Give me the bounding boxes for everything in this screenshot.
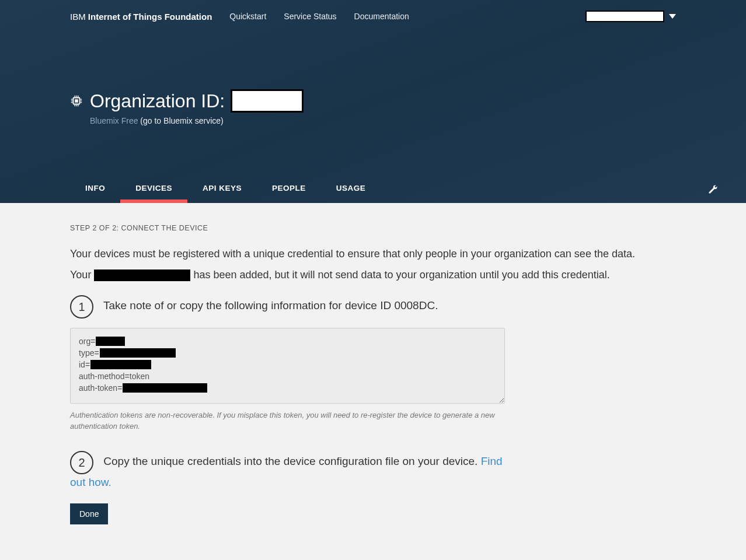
device-type-redacted (94, 270, 190, 281)
brand-bold: Internet of Things Foundation (88, 12, 212, 22)
cred-auth-token: auth-token= (79, 382, 496, 394)
done-button[interactable]: Done (70, 503, 108, 524)
page-title: Organization ID: (90, 89, 304, 113)
step-1-number: 1 (70, 295, 93, 318)
org-subtitle: Bluemix Free (go to Bluemix service) (90, 116, 676, 125)
svg-rect-1 (75, 99, 78, 103)
step-2-number: 2 (70, 451, 93, 474)
step-2: 2 Copy the unique credentials into the d… (70, 450, 505, 491)
nav-service-status[interactable]: Service Status (284, 12, 336, 21)
cred-id-redacted (90, 360, 151, 369)
description-line-1: Your devices must be registered with a u… (70, 246, 654, 262)
description-line-2: Your has been added, but it will not sen… (70, 267, 654, 284)
step-heading: STEP 2 OF 2: CONNECT THE DEVICE (70, 224, 676, 232)
tab-api-keys[interactable]: API KEYS (187, 184, 257, 203)
cred-org: org= (79, 335, 496, 347)
chevron-down-icon (669, 14, 676, 19)
user-name-redacted (585, 10, 664, 22)
chip-icon (70, 94, 83, 107)
tab-usage[interactable]: USAGE (321, 184, 381, 203)
plan-link[interactable]: (go to Bluemix service) (138, 116, 223, 125)
token-warning-note: Authentication tokens are non-recoverabl… (70, 410, 505, 432)
cred-id: id= (79, 359, 496, 370)
tab-people[interactable]: PEOPLE (257, 184, 321, 203)
brand-light: IBM (70, 12, 88, 22)
org-id-redacted (231, 89, 304, 113)
settings-icon[interactable] (707, 184, 718, 203)
credentials-box[interactable]: org= type= id= auth-method=token auth-to… (70, 328, 505, 404)
user-menu[interactable] (585, 10, 676, 22)
tab-devices[interactable]: DEVICES (120, 184, 187, 203)
cred-auth-method: auth-method=token (79, 370, 496, 382)
cred-org-redacted (96, 337, 125, 346)
step-1-text: Take note of or copy the following infor… (103, 299, 435, 312)
org-id-label: Organization ID: (90, 90, 225, 112)
cred-type-redacted (100, 348, 176, 358)
brand[interactable]: IBM Internet of Things Foundation (70, 12, 212, 22)
cred-type: type= (79, 347, 496, 359)
tab-info[interactable]: INFO (70, 184, 120, 203)
cred-auth-token-redacted (123, 383, 207, 393)
nav-documentation[interactable]: Documentation (354, 12, 409, 21)
step-2-text: Copy the unique credentials into the dev… (103, 455, 480, 467)
step-1: 1 Take note of or copy the following inf… (70, 294, 505, 318)
plan-name: Bluemix Free (90, 116, 138, 125)
nav-quickstart[interactable]: Quickstart (229, 12, 266, 21)
